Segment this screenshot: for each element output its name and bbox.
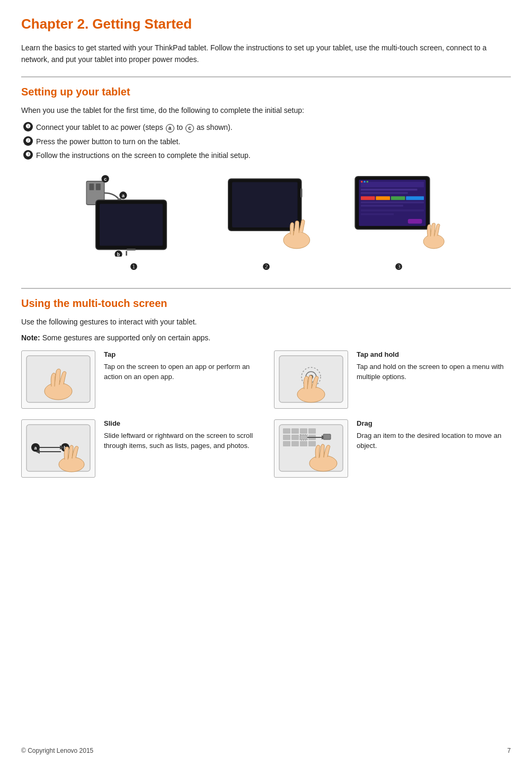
svg-rect-27 <box>361 205 403 207</box>
step-2: ❷ Press the power button to turn on the … <box>23 136 511 147</box>
step-num-2: ❷ <box>23 136 33 146</box>
svg-rect-64 <box>308 441 316 446</box>
svg-point-68 <box>309 455 337 471</box>
gesture-slide-image: a b <box>21 419 95 478</box>
tablet-step-label-2: ❷ <box>262 262 270 272</box>
svg-rect-9 <box>100 204 163 246</box>
gesture-slide-title: Slide <box>104 419 258 427</box>
step-1: ❶ Connect your tablet to ac power (steps… <box>23 121 511 133</box>
svg-rect-22 <box>361 197 375 200</box>
gesture-tap-hold: Tap and hold Tap and hold on the screen … <box>274 350 511 409</box>
step-3-text: Follow the instructions on the screen to… <box>36 150 251 161</box>
tablet-image-3 <box>340 172 457 257</box>
tablet-step-label-1: ❶ <box>130 262 137 272</box>
gesture-tap-desc: Tap on the screen to open an app or perf… <box>104 362 258 382</box>
gesture-tap: Tap Tap on the screen to open an app or … <box>21 350 258 409</box>
note-content: Some gestures are supported only on cert… <box>42 333 211 342</box>
label-c: c <box>185 124 194 133</box>
section-divider-2 <box>21 288 511 289</box>
slide-illustration: a b <box>24 422 93 475</box>
svg-rect-29 <box>361 214 394 216</box>
step-num-3: ❸ <box>23 150 33 160</box>
tablet-group-2: ❷ <box>208 172 324 272</box>
svg-rect-57 <box>283 435 290 440</box>
step-3: ❸ Follow the instructions on the screen … <box>23 150 511 161</box>
svg-rect-55 <box>300 428 307 434</box>
svg-text:a: a <box>122 193 125 198</box>
copyright-text: © Copyright Lenovo 2015 <box>21 747 93 754</box>
svg-rect-1 <box>89 184 94 190</box>
section2-intro: Use the following gestures to interact w… <box>21 316 511 328</box>
svg-rect-20 <box>361 189 418 191</box>
drag-illustration <box>277 422 345 475</box>
gesture-tap-text: Tap Tap on the screen to open an app or … <box>104 350 258 382</box>
svg-rect-58 <box>291 435 299 440</box>
svg-rect-54 <box>291 428 299 434</box>
gesture-tap-title: Tap <box>104 350 258 358</box>
svg-point-41 <box>297 386 325 402</box>
tablet-group-1: c a b ❶ <box>75 172 192 272</box>
svg-text:b: b <box>117 252 120 257</box>
gesture-drag-text: Drag Drag an item to the desired locatio… <box>357 419 511 451</box>
svg-rect-24 <box>391 197 405 200</box>
svg-rect-28 <box>361 209 424 212</box>
tablet-group-3: ❸ <box>340 172 457 272</box>
gesture-drag-desc: Drag an item to the desired location to … <box>357 430 511 451</box>
chapter-title: Chapter 2. Getting Started <box>21 16 511 32</box>
svg-text:c: c <box>104 177 107 182</box>
svg-rect-15 <box>300 188 303 198</box>
label-a: a <box>166 124 174 133</box>
step-num-1: ❶ <box>23 122 33 131</box>
page-number: 7 <box>507 747 511 754</box>
tablet-image-1: c a b <box>75 172 192 257</box>
svg-rect-25 <box>406 197 424 200</box>
svg-rect-19 <box>361 182 424 188</box>
svg-rect-10 <box>127 249 136 251</box>
svg-rect-61 <box>283 441 290 446</box>
svg-rect-2 <box>96 184 101 190</box>
gesture-slide-desc: Slide leftward or rightward on the scree… <box>104 430 258 451</box>
svg-rect-21 <box>361 192 408 195</box>
gesture-tap-hold-image <box>274 350 348 409</box>
setup-steps: ❶ Connect your tablet to ac power (steps… <box>21 121 511 161</box>
step-2-text: Press the power button to turn on the ta… <box>36 136 180 147</box>
gesture-tap-hold-desc: Tap and hold on the screen to open a men… <box>357 362 511 382</box>
tablet-step-label-3: ❸ <box>395 262 402 272</box>
tap-illustration <box>24 353 93 406</box>
svg-rect-26 <box>361 201 424 204</box>
svg-point-32 <box>363 181 366 183</box>
section2-title: Using the multi-touch screen <box>21 297 511 310</box>
gesture-slide: a b Slide Slide leftward or rightward on… <box>21 419 258 478</box>
svg-rect-62 <box>291 441 299 446</box>
gesture-drag: Drag Drag an item to the desired locatio… <box>274 419 511 478</box>
svg-point-31 <box>361 181 363 183</box>
gesture-tap-hold-text: Tap and hold Tap and hold on the screen … <box>357 350 511 382</box>
svg-rect-30 <box>408 219 422 224</box>
step-1-text: Connect your tablet to ac power (steps a… <box>36 121 233 133</box>
chapter-intro: Learn the basics to get started with you… <box>21 42 511 66</box>
svg-point-16 <box>283 232 310 249</box>
gesture-tap-image <box>21 350 95 409</box>
section-divider-1 <box>21 76 511 77</box>
svg-rect-59 <box>300 435 307 440</box>
gesture-tap-hold-title: Tap and hold <box>357 350 511 358</box>
gestures-grid: Tap Tap on the screen to open an app or … <box>21 350 511 478</box>
svg-rect-53 <box>283 428 290 434</box>
svg-rect-23 <box>376 197 390 200</box>
tablet-image-2 <box>208 172 324 257</box>
tap-hold-illustration <box>277 353 345 406</box>
svg-point-36 <box>45 383 72 400</box>
svg-point-33 <box>367 181 369 183</box>
note-paragraph: Note: Some gestures are supported only o… <box>21 333 511 342</box>
svg-point-34 <box>423 235 444 249</box>
svg-rect-63 <box>300 441 307 446</box>
gesture-drag-title: Drag <box>357 419 511 427</box>
svg-rect-14 <box>232 182 298 227</box>
section1-title: Setting up your tablet <box>21 86 511 98</box>
svg-point-51 <box>59 457 84 472</box>
footer: © Copyright Lenovo 2015 7 <box>21 747 511 754</box>
gesture-slide-text: Slide Slide leftward or rightward on the… <box>104 419 258 451</box>
tablet-illustrations: c a b ❶ <box>21 172 511 272</box>
section1-intro: When you use the tablet for the first ti… <box>21 104 511 116</box>
gesture-drag-image <box>274 419 348 478</box>
